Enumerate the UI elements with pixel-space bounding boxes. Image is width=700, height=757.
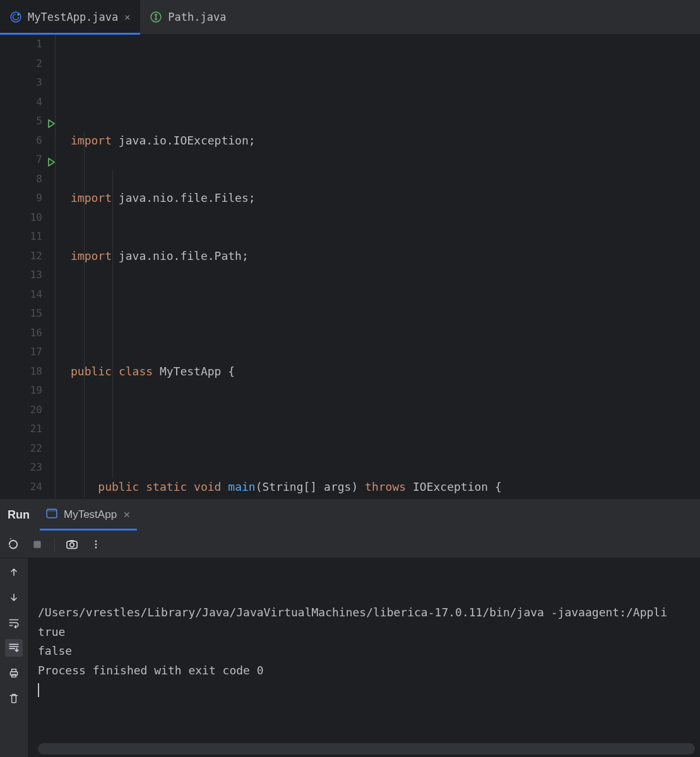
code-area[interactable]: import java.io.IOException; import java.… — [56, 35, 598, 498]
stop-icon[interactable] — [30, 537, 44, 551]
line-number[interactable]: 15 — [0, 304, 42, 324]
svg-point-12 — [95, 540, 97, 542]
trash-icon[interactable] — [5, 690, 23, 707]
soft-wrap-icon[interactable] — [5, 614, 23, 631]
line-number[interactable]: 12 — [0, 247, 42, 266]
line-number[interactable]: 8 — [0, 170, 42, 189]
horizontal-scrollbar[interactable] — [38, 743, 695, 754]
line-number[interactable]: 1 — [0, 35, 42, 54]
console-line: true — [38, 623, 690, 642]
line-number[interactable]: 11 — [0, 227, 42, 247]
line-number[interactable]: 17 — [0, 343, 42, 362]
console-line: Process finished with exit code 0 — [38, 661, 690, 681]
divider — [54, 537, 55, 551]
java-interface-icon — [150, 11, 162, 23]
caret — [38, 683, 39, 697]
svg-point-1 — [17, 13, 19, 15]
tab-label: MyTestApp.java — [28, 11, 118, 23]
java-class-icon — [10, 11, 21, 23]
run-config-tab[interactable]: MyTestApp ✕ — [44, 499, 133, 531]
svg-rect-5 — [155, 19, 158, 20]
rerun-icon[interactable] — [6, 537, 20, 551]
up-arrow-icon[interactable] — [5, 563, 23, 581]
tab-mytestapp[interactable]: MyTestApp.java ✕ — [0, 0, 140, 34]
line-number[interactable]: 5 — [0, 112, 42, 131]
code-editor[interactable]: 123456789101112131415161718192021222324 … — [0, 35, 700, 498]
tool-toolbar — [0, 531, 700, 558]
tool-header: Run MyTestApp ✕ — [0, 499, 700, 531]
down-arrow-icon[interactable] — [5, 589, 23, 606]
line-number[interactable]: 23 — [0, 458, 42, 478]
camera-icon[interactable] — [65, 537, 79, 551]
svg-rect-7 — [47, 509, 57, 512]
svg-rect-16 — [12, 669, 16, 672]
application-icon — [46, 508, 57, 522]
more-icon[interactable] — [89, 537, 103, 551]
run-gutter-icon[interactable] — [46, 155, 56, 165]
line-number[interactable]: 13 — [0, 266, 42, 285]
console-line: /Users/vrestles/Library/Java/JavaVirtual… — [38, 603, 690, 623]
line-number[interactable]: 22 — [0, 439, 42, 459]
tab-label: Path.java — [168, 11, 226, 23]
line-number[interactable]: 4 — [0, 93, 42, 112]
line-number[interactable]: 9 — [0, 189, 42, 208]
svg-point-13 — [95, 543, 97, 545]
line-number[interactable]: 10 — [0, 208, 42, 228]
line-number[interactable]: 2 — [0, 54, 42, 74]
line-number[interactable]: 21 — [0, 420, 42, 439]
editor-tabs: MyTestApp.java ✕ Path.java — [0, 0, 700, 35]
console-side-actions — [0, 558, 28, 757]
run-config-label: MyTestApp — [64, 508, 117, 521]
line-number[interactable]: 7 — [0, 150, 42, 170]
scroll-to-end-icon[interactable] — [5, 639, 23, 657]
tab-path[interactable]: Path.java — [140, 0, 236, 34]
gutter: 123456789101112131415161718192021222324 — [0, 35, 56, 498]
line-number[interactable]: 14 — [0, 285, 42, 305]
svg-rect-11 — [69, 540, 74, 542]
close-icon[interactable]: ✕ — [123, 510, 131, 520]
close-icon[interactable]: ✕ — [124, 11, 130, 23]
svg-rect-17 — [12, 674, 16, 677]
console-output[interactable]: /Users/vrestles/Library/Java/JavaVirtual… — [28, 558, 700, 757]
tool-title: Run — [8, 508, 30, 522]
run-tool-window: Run MyTestApp ✕ — [0, 498, 700, 757]
line-number[interactable]: 24 — [0, 478, 42, 497]
run-gutter-icon[interactable] — [46, 116, 56, 126]
svg-rect-8 — [33, 541, 40, 548]
svg-point-0 — [11, 12, 21, 22]
print-icon[interactable] — [5, 664, 23, 682]
line-number[interactable]: 3 — [0, 73, 42, 93]
line-number[interactable]: 16 — [0, 324, 42, 343]
line-number[interactable]: 6 — [0, 131, 42, 151]
line-number[interactable]: 18 — [0, 362, 42, 382]
line-number[interactable]: 19 — [0, 381, 42, 401]
svg-point-14 — [95, 546, 97, 548]
line-number[interactable]: 20 — [0, 401, 42, 420]
svg-point-10 — [70, 543, 74, 547]
console-line: false — [38, 642, 690, 661]
